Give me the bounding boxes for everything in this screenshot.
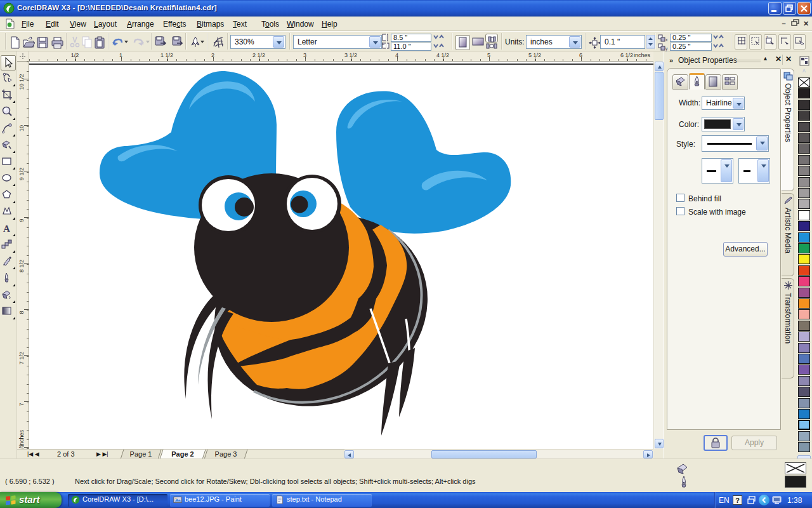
svg-text:y: y [665,46,668,51]
svg-text:A: A [3,224,10,234]
